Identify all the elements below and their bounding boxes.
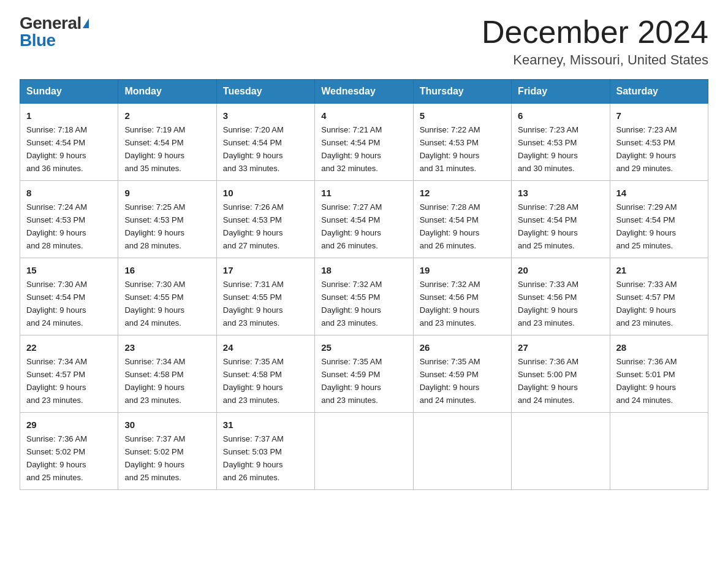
day-info: Sunrise: 7:22 AMSunset: 4:53 PMDaylight:… (420, 125, 480, 173)
day-info: Sunrise: 7:34 AMSunset: 4:57 PMDaylight:… (26, 357, 87, 405)
week-row-4: 22Sunrise: 7:34 AMSunset: 4:57 PMDayligh… (20, 335, 708, 413)
day-cell (315, 412, 413, 489)
day-number: 26 (420, 340, 505, 354)
day-cell: 19Sunrise: 7:32 AMSunset: 4:56 PMDayligh… (413, 258, 511, 335)
day-number: 24 (223, 340, 308, 354)
day-cell: 2Sunrise: 7:19 AMSunset: 4:54 PMDaylight… (118, 104, 216, 181)
day-number: 12 (420, 186, 505, 200)
logo: General Blue (20, 15, 89, 49)
day-info: Sunrise: 7:32 AMSunset: 4:56 PMDaylight:… (420, 280, 480, 327)
day-info: Sunrise: 7:20 AMSunset: 4:54 PMDaylight:… (223, 125, 284, 173)
day-cell: 12Sunrise: 7:28 AMSunset: 4:54 PMDayligh… (413, 181, 511, 258)
day-info: Sunrise: 7:21 AMSunset: 4:54 PMDaylight:… (321, 125, 382, 173)
day-info: Sunrise: 7:35 AMSunset: 4:59 PMDaylight:… (321, 357, 382, 405)
day-number: 21 (616, 263, 702, 277)
day-number: 15 (26, 263, 112, 277)
day-cell: 5Sunrise: 7:22 AMSunset: 4:53 PMDaylight… (413, 104, 511, 181)
day-info: Sunrise: 7:29 AMSunset: 4:54 PMDaylight:… (616, 202, 677, 250)
header-tuesday: Tuesday (216, 80, 314, 104)
day-info: Sunrise: 7:27 AMSunset: 4:54 PMDaylight:… (321, 202, 382, 250)
day-info: Sunrise: 7:23 AMSunset: 4:53 PMDaylight:… (616, 125, 677, 173)
day-cell: 30Sunrise: 7:37 AMSunset: 5:02 PMDayligh… (118, 412, 216, 489)
day-cell: 17Sunrise: 7:31 AMSunset: 4:55 PMDayligh… (216, 258, 314, 335)
day-number: 8 (26, 186, 112, 200)
week-row-2: 8Sunrise: 7:24 AMSunset: 4:53 PMDaylight… (20, 181, 708, 258)
day-number: 7 (616, 109, 702, 123)
day-cell: 9Sunrise: 7:25 AMSunset: 4:53 PMDaylight… (118, 181, 216, 258)
logo-triangle-icon (83, 18, 89, 28)
day-cell: 13Sunrise: 7:28 AMSunset: 4:54 PMDayligh… (512, 181, 610, 258)
day-cell (413, 412, 511, 489)
header-monday: Monday (118, 80, 216, 104)
day-info: Sunrise: 7:25 AMSunset: 4:53 PMDaylight:… (124, 202, 185, 250)
day-number: 2 (124, 109, 210, 123)
day-number: 23 (124, 340, 210, 354)
day-cell: 1Sunrise: 7:18 AMSunset: 4:54 PMDaylight… (20, 104, 118, 181)
day-info: Sunrise: 7:37 AMSunset: 5:02 PMDaylight:… (124, 434, 185, 482)
day-number: 14 (616, 186, 702, 200)
day-number: 3 (223, 109, 308, 123)
day-cell: 14Sunrise: 7:29 AMSunset: 4:54 PMDayligh… (610, 181, 708, 258)
day-info: Sunrise: 7:36 AMSunset: 5:02 PMDaylight:… (26, 434, 87, 482)
day-number: 20 (518, 263, 603, 277)
page-header: General Blue December 2024 Kearney, Miss… (20, 15, 708, 68)
day-number: 31 (223, 418, 308, 432)
day-info: Sunrise: 7:28 AMSunset: 4:54 PMDaylight:… (518, 202, 578, 250)
day-cell: 21Sunrise: 7:33 AMSunset: 4:57 PMDayligh… (610, 258, 708, 335)
day-info: Sunrise: 7:30 AMSunset: 4:55 PMDaylight:… (124, 280, 185, 327)
day-cell: 6Sunrise: 7:23 AMSunset: 4:53 PMDaylight… (512, 104, 610, 181)
day-cell (610, 412, 708, 489)
day-number: 6 (518, 109, 603, 123)
day-cell: 15Sunrise: 7:30 AMSunset: 4:54 PMDayligh… (20, 258, 118, 335)
day-cell: 29Sunrise: 7:36 AMSunset: 5:02 PMDayligh… (20, 412, 118, 489)
day-number: 9 (124, 186, 210, 200)
calendar-table: SundayMondayTuesdayWednesdayThursdayFrid… (20, 79, 708, 490)
header-row: SundayMondayTuesdayWednesdayThursdayFrid… (20, 80, 708, 104)
day-cell: 22Sunrise: 7:34 AMSunset: 4:57 PMDayligh… (20, 335, 118, 413)
logo-blue-text: Blue (20, 32, 56, 49)
header-wednesday: Wednesday (315, 80, 413, 104)
week-row-1: 1Sunrise: 7:18 AMSunset: 4:54 PMDaylight… (20, 104, 708, 181)
day-cell: 11Sunrise: 7:27 AMSunset: 4:54 PMDayligh… (315, 181, 413, 258)
day-number: 27 (518, 340, 603, 354)
day-cell: 24Sunrise: 7:35 AMSunset: 4:58 PMDayligh… (216, 335, 314, 413)
day-info: Sunrise: 7:31 AMSunset: 4:55 PMDaylight:… (223, 280, 284, 327)
location-title: Kearney, Missouri, United States (482, 52, 708, 68)
day-info: Sunrise: 7:33 AMSunset: 4:56 PMDaylight:… (518, 280, 578, 327)
day-info: Sunrise: 7:34 AMSunset: 4:58 PMDaylight:… (124, 357, 185, 405)
day-number: 5 (420, 109, 505, 123)
day-info: Sunrise: 7:35 AMSunset: 4:59 PMDaylight:… (420, 357, 480, 405)
day-number: 28 (616, 340, 702, 354)
day-info: Sunrise: 7:18 AMSunset: 4:54 PMDaylight:… (26, 125, 87, 173)
week-row-3: 15Sunrise: 7:30 AMSunset: 4:54 PMDayligh… (20, 258, 708, 335)
day-number: 13 (518, 186, 603, 200)
header-thursday: Thursday (413, 80, 511, 104)
day-info: Sunrise: 7:32 AMSunset: 4:55 PMDaylight:… (321, 280, 382, 327)
day-cell: 20Sunrise: 7:33 AMSunset: 4:56 PMDayligh… (512, 258, 610, 335)
day-cell: 31Sunrise: 7:37 AMSunset: 5:03 PMDayligh… (216, 412, 314, 489)
day-info: Sunrise: 7:28 AMSunset: 4:54 PMDaylight:… (420, 202, 480, 250)
day-info: Sunrise: 7:33 AMSunset: 4:57 PMDaylight:… (616, 280, 677, 327)
day-info: Sunrise: 7:35 AMSunset: 4:58 PMDaylight:… (223, 357, 284, 405)
day-info: Sunrise: 7:36 AMSunset: 5:01 PMDaylight:… (616, 357, 677, 405)
day-number: 29 (26, 418, 112, 432)
day-number: 17 (223, 263, 308, 277)
day-number: 11 (321, 186, 406, 200)
day-info: Sunrise: 7:26 AMSunset: 4:53 PMDaylight:… (223, 202, 284, 250)
title-block: December 2024 Kearney, Missouri, United … (482, 15, 708, 68)
day-number: 1 (26, 109, 112, 123)
logo-general-text: General (20, 15, 82, 32)
day-number: 22 (26, 340, 112, 354)
day-cell: 7Sunrise: 7:23 AMSunset: 4:53 PMDaylight… (610, 104, 708, 181)
day-number: 4 (321, 109, 406, 123)
day-cell (512, 412, 610, 489)
day-number: 25 (321, 340, 406, 354)
day-cell: 23Sunrise: 7:34 AMSunset: 4:58 PMDayligh… (118, 335, 216, 413)
day-cell: 18Sunrise: 7:32 AMSunset: 4:55 PMDayligh… (315, 258, 413, 335)
day-info: Sunrise: 7:19 AMSunset: 4:54 PMDaylight:… (124, 125, 185, 173)
header-friday: Friday (512, 80, 610, 104)
day-number: 19 (420, 263, 505, 277)
day-cell: 3Sunrise: 7:20 AMSunset: 4:54 PMDaylight… (216, 104, 314, 181)
day-number: 10 (223, 186, 308, 200)
day-info: Sunrise: 7:37 AMSunset: 5:03 PMDaylight:… (223, 434, 284, 482)
